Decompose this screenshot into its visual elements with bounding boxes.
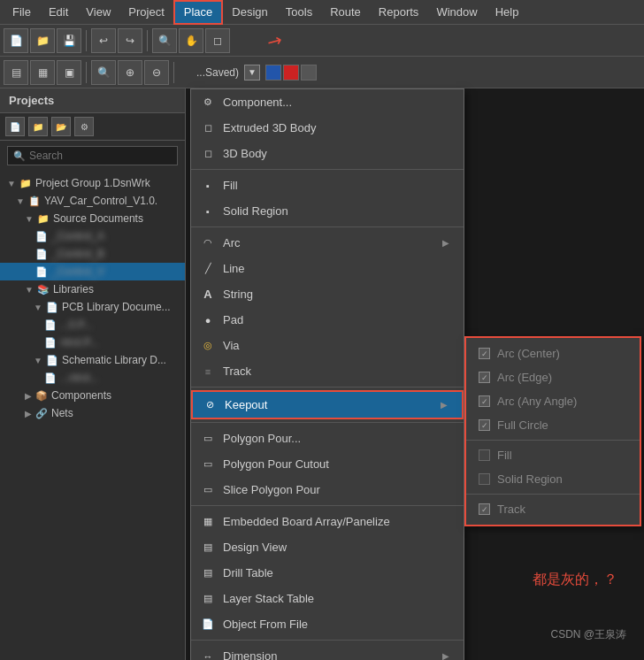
menu-edit[interactable]: Edit (40, 0, 77, 25)
checkbox-fill[interactable] (479, 449, 490, 461)
search-box[interactable]: 🔍 (7, 146, 178, 165)
arrow-icon: ▼ (16, 196, 25, 206)
tree-item-source-docs[interactable]: ▼ 📁 Source Documents (0, 210, 185, 227)
tree-item-control-a[interactable]: 📄 _Control_A (0, 227, 185, 245)
line-icon: ╱ (200, 261, 216, 277)
menu-line[interactable]: ╱ Line (191, 256, 464, 281)
design-view-icon: ▤ (200, 540, 216, 556)
tree-item-control-b[interactable]: 📄 _Control_B (0, 245, 185, 263)
keepout-arc-any-angle[interactable]: Arc (Any Angle) (466, 389, 640, 413)
toolbar-new[interactable]: 📄 (4, 28, 28, 53)
menu-tools[interactable]: Tools (277, 0, 321, 25)
checkbox-track[interactable] (479, 503, 490, 515)
menu-help[interactable]: Help (487, 0, 528, 25)
dimension-icon: ↔ (200, 648, 216, 661)
tree-area: ▼ 📁 Project Group 1.DsnWrk ▼ 📋 YAV_Car_C… (0, 171, 185, 426)
toolbar-btn-6[interactable]: ⊖ (144, 60, 169, 85)
menu-route[interactable]: Route (321, 0, 370, 25)
checkbox-arc-any-angle[interactable] (479, 395, 490, 407)
toolbar-select[interactable]: ◻ (205, 28, 230, 53)
toolbar-btn-5[interactable]: ⊕ (118, 60, 142, 85)
menu-project[interactable]: Project (119, 0, 172, 25)
tree-label: Libraries (53, 283, 94, 295)
checkbox-arc-center[interactable] (479, 348, 490, 359)
keepout-fill[interactable]: Fill (466, 443, 640, 467)
library-icon: 📚 (37, 284, 50, 295)
menu-component[interactable]: ⚙ Component... (191, 89, 464, 115)
toolbar-btn-1[interactable]: ▤ (4, 60, 28, 85)
tree-item-pcb-lib-2[interactable]: 📄 ntrol.P... (0, 334, 185, 351)
menu-drill-table[interactable]: ▤ Drill Table (191, 560, 464, 586)
keepout-track[interactable]: Track (466, 497, 640, 521)
checkbox-arc-edge[interactable] (479, 372, 490, 383)
csdn-label: CSDN @王泉涛 (550, 627, 626, 642)
tree-item-project-group[interactable]: ▼ 📁 Project Group 1.DsnWrk (0, 174, 185, 192)
toolbar-pan[interactable]: ✋ (179, 28, 203, 53)
doc-icon: 📄 (44, 372, 57, 384)
search-input[interactable] (29, 150, 172, 162)
polygon-cutout-icon: ▭ (200, 457, 216, 472)
tree-item-control-v[interactable]: 📄 _Control_V (0, 263, 185, 280)
panel-gear-btn[interactable]: ⚙ (74, 117, 94, 136)
menu-via[interactable]: ◎ Via (191, 333, 464, 358)
menu-place[interactable]: Place (173, 0, 224, 25)
folder-icon: 📁 (37, 213, 50, 225)
menu-keepout[interactable]: ⊘ Keepout ▶ (191, 390, 464, 419)
polygon-icon: ▭ (200, 431, 216, 447)
menu-file[interactable]: File (4, 0, 40, 25)
tree-item-nets[interactable]: ▶ 🔗 Nets (0, 404, 185, 422)
menu-design[interactable]: Design (223, 0, 276, 25)
arrow-icon: ▼ (7, 179, 16, 188)
menu-layer-stack[interactable]: ▤ Layer Stack Table (191, 586, 464, 611)
toolbar-open[interactable]: 📁 (30, 28, 55, 53)
keepout-full-circle[interactable]: Full Circle (466, 413, 640, 437)
components-icon: 📦 (35, 390, 48, 402)
submenu-arrow-icon: ▶ (442, 651, 449, 660)
toolbar-redo[interactable]: ↪ (118, 28, 142, 53)
menu-view[interactable]: View (77, 0, 119, 25)
menu-dimension[interactable]: ↔ Dimension ▶ (191, 643, 464, 660)
file-object-icon: 📄 (200, 617, 216, 633)
menu-sep-4 (191, 422, 464, 423)
keepout-solid-region[interactable]: Solid Region (466, 467, 640, 491)
menu-extruded-3d[interactable]: ◻ Extruded 3D Body (191, 115, 464, 141)
doc-icon: 📄 (35, 231, 48, 242)
tree-item-sch-lib-1[interactable]: 📄 ...ntrol... (0, 369, 185, 387)
menu-arc[interactable]: ◠ Arc ▶ (191, 230, 464, 256)
menu-3d-body[interactable]: ◻ 3D Body (191, 141, 464, 166)
menu-pad[interactable]: ● Pad (191, 307, 464, 333)
toolbar-save[interactable]: 💾 (57, 28, 81, 53)
panel-new-btn[interactable]: 📄 (5, 117, 25, 136)
dropdown-btn[interactable]: ▼ (244, 65, 260, 81)
toolbar-btn-4[interactable]: 🔍 (91, 60, 116, 85)
tree-item-libraries[interactable]: ▼ 📚 Libraries (0, 280, 185, 298)
tree-item-yav[interactable]: ▼ 📋 YAV_Car_Control_V1.0. (0, 192, 185, 210)
toolbar-undo[interactable]: ↩ (91, 28, 116, 53)
panel-folder-btn[interactable]: 📁 (28, 117, 48, 136)
menu-reports[interactable]: Reports (370, 0, 428, 25)
menu-embedded-board[interactable]: ▦ Embedded Board Array/Panelize (191, 509, 464, 534)
menu-fill[interactable]: ▪ Fill (191, 173, 464, 198)
menu-track[interactable]: ≡ Track (191, 358, 464, 384)
toolbar-btn-2[interactable]: ▦ (30, 60, 55, 85)
menu-slice-polygon[interactable]: ▭ Slice Polygon Pour (191, 477, 464, 503)
tree-item-pcb-lib[interactable]: ▼ 📄 PCB Library Docume... (0, 298, 185, 316)
tree-item-components[interactable]: ▶ 📦 Components (0, 387, 185, 404)
menu-object-from-file[interactable]: 📄 Object From File (191, 611, 464, 637)
menu-solid-region[interactable]: ▪ Solid Region (191, 198, 464, 224)
menu-design-view[interactable]: ▤ Design View (191, 534, 464, 560)
menu-polygon-pour[interactable]: ▭ Polygon Pour... (191, 426, 464, 451)
doc-icon: 📄 (44, 337, 57, 349)
keepout-arc-center[interactable]: Arc (Center) (466, 342, 640, 365)
keepout-arc-edge[interactable]: Arc (Edge) (466, 365, 640, 389)
menu-polygon-cutout[interactable]: ▭ Polygon Pour Cutout (191, 451, 464, 477)
toolbar-btn-3[interactable]: ▣ (57, 60, 81, 85)
checkbox-solid-region[interactable] (479, 473, 490, 485)
menu-string[interactable]: A String (191, 281, 464, 307)
checkbox-full-circle[interactable] (479, 419, 490, 431)
tree-item-sch-lib[interactable]: ▼ 📄 Schematic Library D... (0, 351, 185, 369)
toolbar-zoom[interactable]: 🔍 (152, 28, 177, 53)
menu-window[interactable]: Window (427, 0, 486, 25)
tree-item-pcb-lib-1[interactable]: 📄 ...0.P... (0, 316, 185, 334)
panel-open-btn[interactable]: 📂 (51, 117, 71, 136)
